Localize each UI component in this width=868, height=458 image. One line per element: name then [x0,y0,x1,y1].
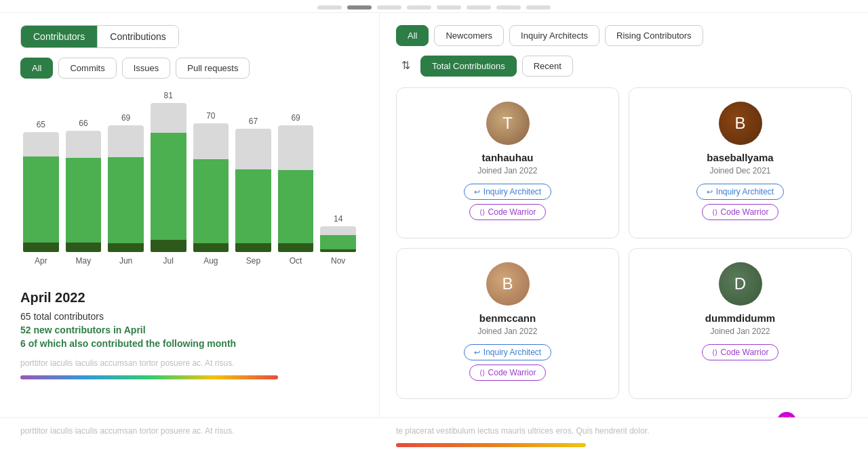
bar-stack-jun [108,125,144,252]
bar-stack-apr [23,132,59,252]
bars-container: 6566698170676914 [20,89,359,252]
bar-col-apr[interactable]: 65 [23,120,59,252]
badge-inquiry-architect[interactable]: ↩Inquiry Architect [464,184,551,200]
badge-icon: ⟨⟩ [479,369,485,377]
badge-icon: ⟨⟩ [479,208,485,217]
total-contributions-button[interactable]: Total Contributions [420,56,517,77]
watermark: 🐱 MoeLove [777,412,838,417]
badge-code-warrior[interactable]: ⟨⟩Code Warrior [702,204,779,220]
pull-requests-filter-button[interactable]: Pull requests [176,58,250,79]
bar-dark-segment [278,243,314,252]
avatar: D [719,262,762,306]
bar-label-nov: 14 [334,214,342,224]
page-bottom-left: porttitor iaculis iaculis accumsan torto… [0,418,380,458]
contributor-username: baseballyama [707,152,773,163]
rising-contributors-button[interactable]: Rising Contributors [605,25,703,46]
scroll-tab-8[interactable] [526,5,551,9]
contributor-card[interactable]: TtanhauhauJoined Jan 2022↩Inquiry Archit… [396,87,619,238]
badge-label: Code Warrior [488,368,536,377]
scroll-tabs [0,0,868,13]
bar-dark-segment [193,243,229,252]
blurred-text-bottom-left: porttitor iaculis iaculis accumsan torto… [20,425,359,438]
contributor-joined-date: Joined Jan 2022 [477,327,537,336]
bar-label-may: 66 [79,119,87,128]
newcomers-button[interactable]: Newcomers [434,25,504,46]
commits-filter-button[interactable]: Commits [58,58,116,79]
sort-icon[interactable]: ⇅ [396,56,415,75]
contributor-grid: TtanhauhauJoined Jan 2022↩Inquiry Archit… [396,87,852,399]
badge-icon: ↩ [474,348,480,357]
bar-col-jun[interactable]: 69 [108,113,144,252]
scroll-tab-2[interactable] [347,5,372,9]
bar-dark-segment [23,243,59,252]
bar-green-segment [193,159,229,243]
bar-green-segment [66,158,102,243]
retained-contributors-stat: 6 of which also contributed the followin… [20,338,359,349]
bar-dark-segment [66,243,102,252]
badge-code-warrior[interactable]: ⟨⟩Code Warrior [469,204,547,220]
bar-col-oct[interactable]: 69 [278,113,314,252]
bar-stack-sep [235,129,271,252]
contributions-button[interactable]: Contributions [98,26,178,47]
badge-code-warrior[interactable]: ⟨⟩Code Warrior [702,344,779,360]
bar-gray-segment [151,103,186,133]
contributor-joined-date: Joined Dec 2021 [709,166,770,175]
scroll-tab-6[interactable] [467,5,491,9]
badge-label: Inquiry Architect [716,187,774,196]
contributor-card[interactable]: BbaseballyamaJoined Dec 2021↩Inquiry Arc… [629,87,852,238]
badge-inquiry-architect[interactable]: ↩Inquiry Architect [464,344,551,360]
scroll-tab-3[interactable] [377,5,401,9]
chart-summary: April 2022 65 total contributors 52 new … [20,290,359,349]
bar-green-segment [151,133,186,240]
badge-icon: ⟨⟩ [712,348,717,357]
badge-label: Code Warrior [721,207,769,217]
contributor-card[interactable]: DdummdidummJoined Jan 2022⟨⟩Code Warrior [629,248,852,399]
badge-inquiry-architect[interactable]: ↩Inquiry Architect [696,184,784,200]
bar-col-may[interactable]: 66 [66,119,102,252]
bar-label-oct: 69 [291,113,300,123]
watermark-icon: 🐱 [777,412,796,417]
all-filter-button[interactable]: All [20,58,53,79]
bar-col-aug[interactable]: 70 [193,111,229,252]
main-content: Contributors Contributions All Commits I… [0,13,868,417]
blurred-text-1: porttitor iaculis iaculis accumsan torto… [20,357,359,370]
left-panel: Contributors Contributions All Commits I… [0,13,380,417]
bar-x-label-apr: Apr [23,256,59,266]
bottom-bar-right [396,443,586,447]
badge-code-warrior[interactable]: ⟨⟩Code Warrior [469,365,547,381]
contributor-card[interactable]: BbenmccannJoined Jan 2022↩Inquiry Archit… [396,248,619,399]
bar-gray-segment [108,125,144,157]
inquiry-architects-button[interactable]: Inquiry Architects [509,25,599,46]
scroll-tab-4[interactable] [407,5,431,9]
bar-gray-segment [193,123,229,159]
issues-filter-button[interactable]: Issues [122,58,171,79]
bar-x-label-sep: Sep [235,256,271,266]
bar-col-sep[interactable]: 67 [235,117,271,252]
bar-x-label-may: May [66,256,102,266]
bar-dark-segment [108,243,144,252]
bar-x-label-jul: Jul [151,256,186,266]
badge-icon: ↩ [474,188,480,196]
contributors-button[interactable]: Contributors [21,26,98,47]
contributor-joined-date: Joined Jan 2022 [477,166,537,175]
scroll-tab-5[interactable] [437,5,461,9]
total-contributors-stat: 65 total contributors [20,311,359,322]
bar-col-jul[interactable]: 81 [151,91,186,252]
badge-label: Code Warrior [488,207,536,217]
contributor-joined-date: Joined Jan 2022 [710,327,770,336]
scroll-tab-7[interactable] [496,5,521,9]
bar-gray-segment [66,131,102,158]
all-right-button[interactable]: All [396,25,429,46]
bar-stack-aug [193,123,229,252]
bar-col-nov[interactable]: 14 [320,214,356,252]
right-panel: All Newcomers Inquiry Architects Rising … [380,13,868,417]
bar-green-segment [278,170,314,243]
badge-label: Inquiry Architect [484,187,541,196]
badge-icon: ↩ [707,188,713,196]
avatar: T [486,102,530,145]
bar-dark-segment [320,249,356,252]
bar-gray-segment [278,125,314,170]
recent-button[interactable]: Recent [522,56,573,77]
scroll-tab-1[interactable] [317,5,342,9]
avatar: B [486,262,530,306]
